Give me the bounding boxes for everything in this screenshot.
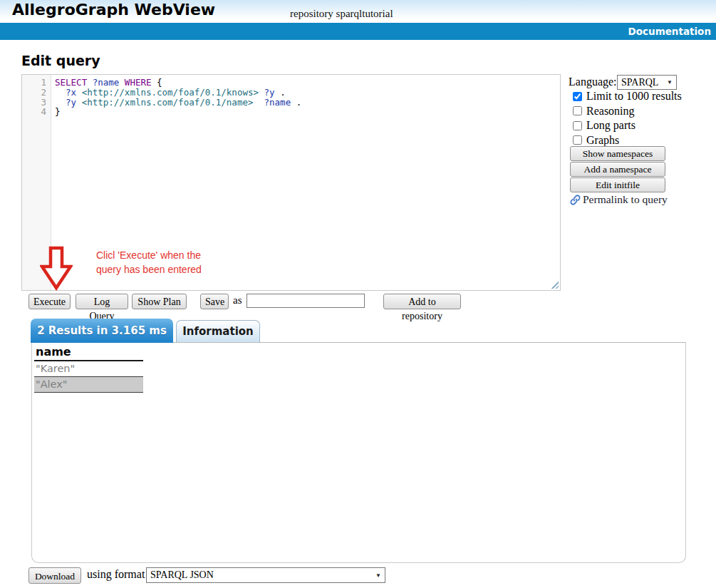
nav-separator: |	[155, 43, 165, 54]
link-icon	[569, 194, 581, 206]
line-number: 1	[22, 78, 51, 88]
option-label: Graphs	[586, 134, 619, 147]
tab-information[interactable]: Information	[176, 320, 260, 342]
down-arrow-annotation-icon	[40, 246, 73, 291]
checkbox[interactable]	[573, 135, 582, 145]
code-line[interactable]: }	[55, 107, 560, 117]
chevron-down-icon: ▼	[667, 79, 673, 86]
language-select-value: SPARQL	[621, 77, 658, 88]
line-number: 2	[22, 88, 51, 98]
nav-item-utilities[interactable]: Utilities	[165, 43, 208, 54]
line-number: 4	[22, 107, 51, 117]
code-line[interactable]: SELECT ?name WHERE {	[55, 78, 560, 88]
add-a-namespace-button[interactable]: Add a namespace	[570, 162, 665, 177]
results-table: name "Karen""Alex"	[34, 344, 143, 393]
checkbox[interactable]	[573, 92, 582, 101]
show-namespaces-button[interactable]: Show namespaces	[570, 146, 665, 161]
download-button[interactable]: Download	[28, 567, 81, 584]
chevron-down-icon: ▼	[375, 572, 381, 579]
tab-results[interactable]: 2 Results in 3.165 ms	[31, 319, 173, 343]
result-row[interactable]: "Karen"	[34, 361, 143, 377]
nav-separator: |	[103, 43, 113, 54]
results-panel: name "Karen""Alex"	[31, 342, 686, 563]
page-title: Edit query	[21, 53, 100, 68]
app-title: AllegroGraph WebView	[12, 1, 215, 19]
option-label: Reasoning	[586, 105, 635, 118]
option-limit-to-1000-results[interactable]: Limit to 1000 results	[573, 89, 715, 104]
option-reasoning[interactable]: Reasoning	[573, 104, 715, 119]
format-select[interactable]: SPARQL JSON ▼	[146, 567, 385, 583]
nav-separator: |	[252, 43, 262, 54]
column-header-name: name	[34, 344, 143, 361]
show-plan-button[interactable]: Show Plan	[132, 294, 187, 309]
code-line[interactable]: ?x <http://xmlns.com/foaf/0.1/knows> ?y …	[55, 88, 560, 98]
option-label: Long parts	[586, 119, 635, 132]
option-graphs[interactable]: Graphs	[573, 133, 715, 148]
language-label: Language:	[569, 76, 617, 88]
repository-label: repository sparqltutorial	[290, 8, 393, 20]
log-query-button[interactable]: Log Query	[76, 294, 128, 309]
nav-item-documentation[interactable]: Documentation	[628, 23, 711, 40]
webview-page: AllegroGraph WebView repository sparqltu…	[0, 0, 716, 588]
namespace-buttons: Show namespacesAdd a namespaceEdit initf…	[570, 146, 665, 193]
execute-annotation: Clicl 'Execute' when the query has been …	[96, 249, 202, 277]
nav-bar: ↩ | Repository | Queries | Utilities | A…	[0, 23, 716, 40]
execute-button[interactable]: Execute	[28, 294, 71, 309]
save-button[interactable]: Save	[200, 294, 229, 309]
add-to-repository-button[interactable]: Add to repository	[383, 294, 461, 309]
save-as-label: as	[233, 294, 242, 306]
line-number: 3	[22, 98, 51, 108]
permalink-to-query-link[interactable]: Permalink to query	[569, 193, 668, 206]
query-options: Limit to 1000 resultsReasoningLong parts…	[573, 89, 715, 148]
language-select[interactable]: SPARQL ▼	[617, 75, 677, 90]
edit-initfile-button[interactable]: Edit initfile	[570, 177, 665, 192]
permalink-label: Permalink to query	[583, 193, 668, 206]
result-row[interactable]: "Alex"	[34, 377, 143, 393]
nav-item-queries[interactable]: Queries	[113, 43, 155, 54]
format-select-value: SPARQL JSON	[150, 569, 214, 581]
save-name-input[interactable]	[247, 294, 365, 308]
option-label: Limit to 1000 results	[586, 90, 682, 103]
checkbox[interactable]	[573, 121, 582, 130]
nav-item-admin[interactable]: Admin	[218, 43, 252, 54]
using-format-label: using format	[87, 568, 145, 581]
checkbox[interactable]	[573, 106, 582, 115]
option-long-parts[interactable]: Long parts	[573, 118, 715, 133]
code-line[interactable]: ?y <http://xmlns.com/foaf/0.1/name> ?nam…	[55, 98, 560, 108]
nav-item-user-test[interactable]: User test	[262, 43, 312, 54]
nav-separator: |	[207, 43, 217, 54]
